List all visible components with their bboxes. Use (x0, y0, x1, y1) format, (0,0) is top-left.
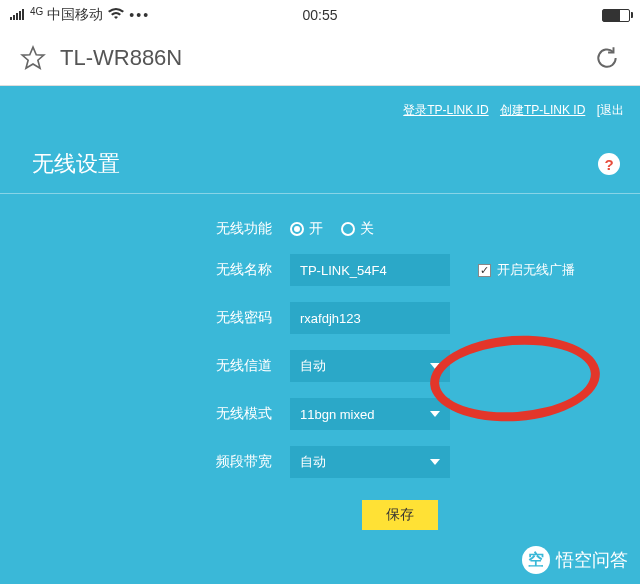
watermark-icon: 空 (522, 546, 550, 574)
label-mode: 无线模式 (0, 405, 290, 423)
svg-rect-2 (16, 13, 18, 20)
status-left: 4G 中国移动 ••• (10, 6, 150, 24)
router-admin-content: 登录TP-LINK ID 创建TP-LINK ID [退出 无线设置 ? 无线功… (0, 86, 640, 530)
section-title: 无线设置 (32, 149, 120, 179)
radio-on[interactable]: 开 (290, 220, 323, 238)
reload-icon[interactable] (594, 45, 620, 71)
battery-icon (602, 9, 630, 22)
radio-off[interactable]: 关 (341, 220, 374, 238)
create-id-link[interactable]: 创建TP-LINK ID (500, 103, 585, 117)
svg-rect-3 (19, 11, 21, 20)
svg-rect-0 (10, 17, 12, 20)
label-wireless-enable: 无线功能 (0, 220, 290, 238)
more-icon: ••• (129, 7, 150, 23)
svg-marker-5 (22, 47, 44, 68)
watermark-text: 悟空问答 (556, 548, 628, 572)
row-bandwidth: 频段带宽 自动 (0, 438, 640, 486)
wireless-settings-form: 无线功能 开 关 无线名称 ✓ 开启无线广播 无线密码 无线信道 自动 (0, 194, 640, 530)
top-links: 登录TP-LINK ID 创建TP-LINK ID [退出 (0, 86, 640, 119)
chevron-down-icon (430, 411, 440, 417)
help-icon[interactable]: ? (598, 153, 620, 175)
channel-select[interactable]: 自动 (290, 350, 450, 382)
svg-rect-1 (13, 15, 15, 20)
status-time: 00:55 (302, 7, 337, 23)
radio-group-wireless: 开 关 (290, 220, 374, 238)
row-wireless-enable: 无线功能 开 关 (0, 212, 640, 246)
watermark: 空 悟空问答 (522, 546, 628, 574)
carrier-name: 中国移动 (47, 6, 103, 24)
mobile-status-bar: 4G 中国移动 ••• 00:55 (0, 0, 640, 30)
ssid-input[interactable] (290, 254, 450, 286)
chevron-down-icon (430, 459, 440, 465)
section-header: 无线设置 ? (0, 119, 640, 194)
label-password: 无线密码 (0, 309, 290, 327)
svg-rect-4 (22, 9, 24, 20)
label-bandwidth: 频段带宽 (0, 453, 290, 471)
bandwidth-select[interactable]: 自动 (290, 446, 450, 478)
network-type: 4G (30, 6, 43, 17)
row-mode: 无线模式 11bgn mixed (0, 390, 640, 438)
broadcast-label: 开启无线广播 (497, 261, 575, 279)
browser-url-bar: TL-WR886N (0, 30, 640, 86)
row-channel: 无线信道 自动 (0, 342, 640, 390)
logout-link[interactable]: [退出 (597, 103, 624, 117)
row-password: 无线密码 (0, 294, 640, 342)
wifi-icon (107, 7, 125, 23)
mode-select[interactable]: 11bgn mixed (290, 398, 450, 430)
row-save: 保存 (0, 486, 640, 530)
save-button[interactable]: 保存 (362, 500, 438, 530)
signal-bars-icon (10, 7, 26, 23)
login-link[interactable]: 登录TP-LINK ID (403, 103, 488, 117)
label-channel: 无线信道 (0, 357, 290, 375)
checkbox-icon: ✓ (478, 264, 491, 277)
label-ssid: 无线名称 (0, 261, 290, 279)
chevron-down-icon (430, 363, 440, 369)
favorite-star-icon[interactable] (20, 45, 46, 71)
broadcast-checkbox-wrap[interactable]: ✓ 开启无线广播 (478, 261, 575, 279)
page-title[interactable]: TL-WR886N (60, 45, 580, 71)
password-input[interactable] (290, 302, 450, 334)
row-ssid: 无线名称 ✓ 开启无线广播 (0, 246, 640, 294)
